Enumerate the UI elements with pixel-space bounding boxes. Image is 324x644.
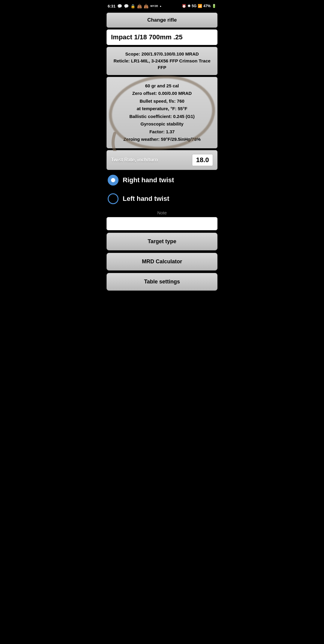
main-content: Change rifle Impact 1/18 700mm .25 Scope… <box>104 11 220 297</box>
rifle-title: Impact 1/18 700mm .25 <box>111 33 182 41</box>
bullet-line1: 60 gr and 25 cal <box>111 82 213 90</box>
twist-rate-label: Twist Rate, inch/turn <box>111 157 158 163</box>
change-rifle-button[interactable]: Change rifle <box>106 13 218 28</box>
twist-rate-value[interactable]: 18.0 <box>192 154 213 166</box>
bluetooth-icon: ✱ <box>188 4 190 8</box>
table-settings-button[interactable]: Table settings <box>106 273 218 291</box>
status-left: 6:31 💬 💬 🔒 👜 👜 WYZE • <box>108 4 161 8</box>
bullet-line6: Gyroscopic stability <box>111 120 213 128</box>
scope-card: Scope: 200/1.97/0.100/0.100 MRAD Reticle… <box>106 47 218 75</box>
bullet-line2: Zero offset: 0.00/0.00 MRAD <box>111 89 213 97</box>
network-label: 5G <box>192 4 196 8</box>
note-input[interactable] <box>106 217 218 230</box>
rifle-title-card: Impact 1/18 700mm .25 <box>106 29 218 45</box>
scope-line3: FFP <box>111 64 213 71</box>
right-hand-twist-option[interactable]: Right hand twist <box>106 172 218 189</box>
left-hand-twist-label: Left hand twist <box>123 195 169 203</box>
right-hand-radio-circle[interactable] <box>108 175 118 186</box>
bullet-info-card: 60 gr and 25 cal Zero offset: 0.00/0.00 … <box>106 77 218 148</box>
bullet-line4: at temperature, °F: 55°F <box>111 105 213 113</box>
alarm-icon: ⏰ <box>182 4 186 8</box>
messenger-icon: 💬 <box>117 4 122 8</box>
left-hand-radio-circle[interactable] <box>108 193 118 204</box>
bullet-line5: Ballistic coefficient: 0.245 (G1) <box>111 113 213 120</box>
bullet-line7: Factor: 1.37 <box>111 128 213 136</box>
left-hand-twist-option[interactable]: Left hand twist <box>106 190 218 207</box>
time: 6:31 <box>108 4 116 8</box>
status-right: ⏰ ✱ 5G 📶 47% 🔋 <box>182 4 216 8</box>
battery-label: 47% <box>203 4 211 8</box>
scope-line2: Reticle: LR1-MIL, 3-24X56 FFP Crimson Tr… <box>111 58 213 65</box>
bag-icon: 👜 <box>137 4 142 8</box>
note-label: Note <box>106 210 218 215</box>
status-bar: 6:31 💬 💬 🔒 👜 👜 WYZE • ⏰ ✱ 5G 📶 47% 🔋 <box>104 0 220 11</box>
wyze-icon: WYZE <box>150 5 158 8</box>
battery-icon: 🔋 <box>212 4 216 8</box>
right-hand-twist-label: Right hand twist <box>123 176 174 184</box>
mrd-calculator-button[interactable]: MRD Calculator <box>106 253 218 271</box>
bullet-line8: Zeroing weather: 59°F/29.5inHg/78% <box>111 135 213 143</box>
signal-icon: 📶 <box>198 4 202 8</box>
scope-line1: Scope: 200/1.97/0.100/0.100 MRAD <box>111 51 213 58</box>
messenger2-icon: 💬 <box>124 4 129 8</box>
lock-icon: 🔒 <box>130 4 135 8</box>
dot-icon: • <box>160 4 161 8</box>
twist-rate-row: Twist Rate, inch/turn 18.0 <box>106 150 218 170</box>
bag2-icon: 👜 <box>144 4 148 8</box>
bullet-line3: Bullet speed, f/s: 760 <box>111 97 213 105</box>
target-type-button[interactable]: Target type <box>106 233 218 250</box>
